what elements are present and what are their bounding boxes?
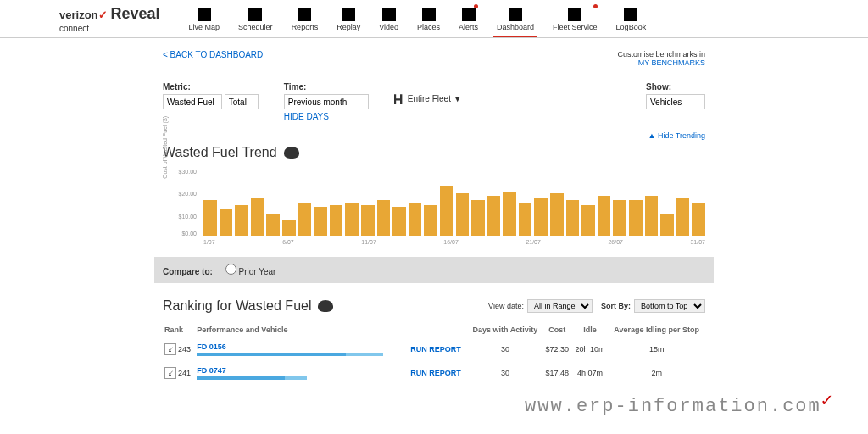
chart-y-axis: $30.00 $20.00 $10.00 $0.00 — [181, 169, 200, 236]
nav-reports[interactable]: Reports — [288, 6, 322, 33]
wrench-icon — [568, 8, 581, 21]
view-date-select[interactable]: All in Range — [527, 299, 593, 313]
nav-video[interactable]: Video — [376, 6, 402, 33]
chart-icon[interactable]: ⭹ — [164, 367, 176, 379]
run-report-link[interactable]: RUN REPORT — [403, 337, 468, 361]
table-row: ⭹241 FD 0747 RUN REPORT 30 $17.48 4h 07m… — [163, 361, 705, 385]
bar — [519, 203, 532, 236]
bar — [487, 196, 501, 236]
compare-prior-year[interactable]: Prior Year — [225, 267, 276, 276]
brand-verizon: verizon✓connect — [59, 8, 108, 34]
chart-icon[interactable]: ⭹ — [164, 343, 176, 355]
filter-time: Time: HIDE DAYS — [284, 82, 369, 121]
calendar-icon — [248, 8, 262, 21]
bar — [282, 220, 296, 236]
bar — [298, 203, 312, 236]
nav-dashboard[interactable]: Dashboard — [493, 6, 537, 33]
bar — [471, 200, 485, 236]
ranking-title: Ranking for Wasted Fuel — [163, 298, 480, 314]
nav-logbook[interactable]: LogBook — [613, 6, 650, 33]
brand-logo: verizon✓connect Reveal — [59, 5, 160, 34]
wasted-fuel-chart: Cost of Wasted Fuel ($) $30.00 $20.00 $1… — [181, 169, 705, 245]
pin-icon — [422, 8, 436, 21]
compare-bar: Compare to: Prior Year — [154, 257, 714, 283]
dashboard-content: < BACK TO DASHBOARD Customise benchmarks… — [163, 38, 705, 397]
nav-places[interactable]: Places — [414, 6, 443, 33]
bar — [550, 193, 564, 236]
bar — [361, 205, 375, 236]
bar — [534, 198, 548, 236]
nav-alerts[interactable]: Alerts — [455, 6, 481, 33]
dashboard-icon — [509, 8, 522, 21]
trend-title: Wasted Fuel Trend — [163, 145, 705, 160]
time-select[interactable] — [284, 94, 369, 109]
filter-bar: Metric: Time: HIDE DAYS Entire Fleet ▼ S… — [163, 82, 705, 121]
bar — [629, 200, 643, 236]
brand-reveal: Reveal — [111, 5, 160, 23]
nav-live-map[interactable]: Live Map — [186, 6, 224, 33]
bar — [345, 203, 359, 236]
view-date-control: View date:All in Range — [488, 299, 593, 313]
document-icon — [298, 8, 311, 21]
watermark: www.erp-information.com✓ — [525, 394, 834, 397]
performance-bar — [197, 353, 383, 356]
vehicle-link[interactable]: FD 0156 — [197, 342, 226, 351]
sort-select[interactable]: Bottom to Top — [634, 299, 705, 313]
bar — [503, 192, 516, 236]
bar — [676, 198, 690, 236]
bar — [660, 214, 674, 236]
map-icon — [198, 8, 211, 21]
bar — [645, 196, 659, 236]
bar — [409, 203, 422, 236]
bar — [330, 205, 343, 236]
vehicle-link[interactable]: FD 0747 — [197, 366, 226, 375]
alert-icon — [462, 8, 476, 21]
hide-days-link[interactable]: HIDE DAYS — [284, 112, 369, 121]
ranking-table: Rank Performance and Vehicle Days with A… — [163, 322, 705, 385]
bar — [566, 200, 580, 236]
chart-bars — [203, 169, 705, 236]
filter-show: Show: — [646, 82, 705, 121]
book-icon — [624, 8, 637, 21]
nav-replay[interactable]: Replay — [333, 6, 364, 33]
bar — [456, 193, 470, 236]
download-icon[interactable] — [318, 300, 333, 312]
filter-scope[interactable]: Entire Fleet ▼ — [394, 82, 462, 121]
table-header-row: Rank Performance and Vehicle Days with A… — [163, 322, 705, 337]
bar — [203, 200, 217, 236]
main-nav: Live Map Scheduler Reports Replay Video … — [186, 6, 650, 33]
bar — [392, 207, 406, 236]
table-row: ⭹243 FD 0156 RUN REPORT 30 $72.30 20h 10… — [163, 337, 705, 361]
download-icon[interactable] — [284, 147, 299, 159]
bar — [440, 186, 453, 236]
bar — [692, 203, 705, 236]
bar — [235, 205, 248, 236]
benchmarks-link[interactable]: Customise benchmarks inMY BENCHMARKS — [617, 50, 705, 67]
bar — [377, 200, 391, 236]
bar — [251, 198, 264, 236]
bar — [266, 214, 280, 236]
nav-fleet-service[interactable]: Fleet Service — [549, 6, 601, 33]
video-icon — [382, 8, 396, 21]
history-icon — [342, 8, 355, 21]
metric-select[interactable] — [163, 94, 222, 109]
top-nav-bar: verizon✓connect Reveal Live Map Schedule… — [0, 0, 868, 38]
bar — [220, 209, 233, 236]
filter-metric: Metric: — [163, 82, 259, 121]
metric-agg-select[interactable] — [225, 94, 259, 109]
bar — [581, 205, 595, 236]
nav-scheduler[interactable]: Scheduler — [235, 6, 276, 33]
bar — [314, 207, 327, 236]
run-report-link[interactable]: RUN REPORT — [403, 361, 468, 385]
show-select[interactable] — [646, 94, 705, 109]
bar — [598, 196, 611, 236]
hide-trending-link[interactable]: ▲ Hide Trending — [163, 131, 705, 140]
back-link[interactable]: < BACK TO DASHBOARD — [163, 50, 263, 67]
tree-icon — [394, 94, 404, 104]
chart-x-axis: 1/076/07 11/0716/07 21/0726/07 31/07 — [203, 239, 705, 245]
sort-control: Sort By:Bottom to Top — [601, 299, 705, 313]
performance-bar — [197, 376, 307, 380]
bar — [613, 200, 626, 236]
bar — [424, 205, 437, 236]
